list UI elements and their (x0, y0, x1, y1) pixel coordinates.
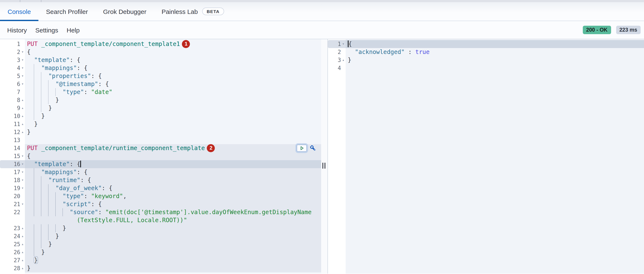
fold-open-icon[interactable]: ▾ (341, 40, 346, 48)
editor-line[interactable]: 1▾{ (328, 40, 644, 48)
request-editor[interactable]: 1PUT _component_template/component_templ… (0, 39, 321, 274)
editor-line[interactable]: 26▴ } (0, 248, 321, 256)
editor-line[interactable]: 4 (328, 64, 644, 72)
request-options-button[interactable] (309, 145, 316, 152)
code-text[interactable]: } (25, 232, 321, 240)
code-text[interactable]: "@timestamp": { (25, 80, 321, 88)
editor-line[interactable]: 19▾ "day_of_week": { (0, 184, 321, 192)
fold-close-icon[interactable]: ▴ (20, 112, 25, 120)
editor-line[interactable]: 5▾ "properties": { (0, 72, 321, 80)
code-text[interactable]: (TextStyle.FULL, Locale.ROOT))" (25, 216, 321, 224)
editor-line[interactable]: 17▾ "mappings": { (0, 168, 321, 176)
code-text[interactable]: } (25, 256, 321, 264)
editor-line[interactable]: 24▴ } (0, 232, 321, 240)
editor-line[interactable]: 4▾ "mappings": { (0, 64, 321, 72)
fold-close-icon[interactable]: ▴ (341, 56, 346, 64)
code-text[interactable]: "mappings": { (25, 64, 321, 72)
editor-line[interactable]: 27▴ } (0, 256, 321, 264)
editor-line[interactable]: 11▴ } (0, 120, 321, 128)
editor-line[interactable]: 8▴ } (0, 96, 321, 104)
code-text[interactable]: "template": { (25, 56, 321, 64)
code-text[interactable]: "template": { (25, 160, 321, 168)
fold-close-icon[interactable]: ▴ (20, 128, 25, 136)
code-text[interactable]: "mappings": { (25, 168, 321, 176)
fold-close-icon[interactable]: ▴ (20, 232, 25, 240)
code-text[interactable]: { (346, 40, 644, 48)
code-text[interactable]: "properties": { (25, 72, 321, 80)
editor-line[interactable]: 7 "type": "date" (0, 88, 321, 96)
fold-open-icon[interactable]: ▾ (20, 168, 25, 176)
fold-open-icon[interactable]: ▾ (20, 56, 25, 64)
panel-resizer-handle-icon[interactable] (322, 163, 326, 169)
code-text[interactable]: "acknowledged" : true (346, 48, 644, 56)
editor-line[interactable]: 14PUT _component_template/runtime_compon… (0, 144, 321, 152)
fold-close-icon[interactable]: ▴ (20, 104, 25, 112)
code-text[interactable]: PUT _component_template/runtime_componen… (25, 144, 321, 152)
menu-settings[interactable]: Settings (35, 26, 58, 33)
editor-line[interactable]: 12▴} (0, 128, 321, 136)
fold-open-icon[interactable]: ▾ (20, 64, 25, 72)
fold-close-icon[interactable]: ▴ (20, 256, 25, 264)
editor-line[interactable]: 23▴ } (0, 224, 321, 232)
editor-line[interactable]: 3▴} (328, 56, 644, 64)
editor-line[interactable]: 16▾ "template": { (0, 160, 321, 168)
fold-close-icon[interactable]: ▴ (20, 96, 25, 104)
editor-line[interactable]: 9▴ } (0, 104, 321, 112)
editor-line[interactable]: 18▾ "runtime": { (0, 176, 321, 184)
code-text[interactable]: "source": "emit(doc['@timestamp'].value.… (25, 208, 321, 216)
code-text[interactable]: } (25, 248, 321, 256)
editor-line[interactable]: 13 (0, 136, 321, 144)
response-editor[interactable]: 1▾{2 "acknowledged" : true3▴}4 (328, 39, 644, 274)
editor-line[interactable]: 2 "acknowledged" : true (328, 48, 644, 56)
editor-line[interactable]: 10▴ } (0, 112, 321, 120)
fold-close-icon[interactable]: ▴ (20, 248, 25, 256)
code-text[interactable]: "runtime": { (25, 176, 321, 184)
code-text[interactable]: } (25, 96, 321, 104)
tab-console[interactable]: Console (0, 2, 38, 21)
tab-search-profiler[interactable]: Search Profiler (38, 2, 96, 21)
editor-line[interactable]: 2▾{ (0, 48, 321, 56)
code-text[interactable] (346, 64, 644, 72)
code-text[interactable]: } (346, 56, 644, 64)
editor-line[interactable]: 1PUT _component_template/component_templ… (0, 40, 321, 48)
tab-painless-lab[interactable]: Painless Lab BETA (154, 2, 232, 21)
fold-open-icon[interactable]: ▾ (20, 80, 25, 88)
code-text[interactable]: "type": "keyword", (25, 192, 321, 200)
send-request-button[interactable] (297, 145, 307, 152)
fold-close-icon[interactable]: ▴ (20, 224, 25, 232)
fold-open-icon[interactable]: ▾ (20, 152, 25, 160)
fold-open-icon[interactable]: ▾ (20, 176, 25, 184)
fold-open-icon[interactable]: ▾ (20, 200, 25, 208)
editor-line[interactable]: 25▴ } (0, 240, 321, 248)
code-text[interactable]: "day_of_week": { (25, 184, 321, 192)
editor-line[interactable]: 21▾ "script": { (0, 200, 321, 208)
code-text[interactable]: "script": { (25, 200, 321, 208)
code-text[interactable]: "type": "date" (25, 88, 321, 96)
code-text[interactable]: } (25, 128, 321, 136)
code-text[interactable]: } (25, 264, 321, 272)
editor-line[interactable]: 28▴} (0, 264, 321, 272)
fold-open-icon[interactable]: ▾ (20, 160, 25, 168)
code-text[interactable]: } (25, 112, 321, 120)
editor-line[interactable]: 22 "source": "emit(doc['@timestamp'].val… (0, 208, 321, 216)
editor-line[interactable]: 3▾ "template": { (0, 56, 321, 64)
code-text[interactable]: PUT _component_template/component_templa… (25, 40, 321, 48)
tab-grok-debugger[interactable]: Grok Debugger (96, 2, 154, 21)
editor-line[interactable]: 15▾{ (0, 152, 321, 160)
fold-close-icon[interactable]: ▴ (20, 264, 25, 272)
fold-close-icon[interactable]: ▴ (20, 240, 25, 248)
editor-line[interactable]: 20 "type": "keyword", (0, 192, 321, 200)
fold-open-icon[interactable]: ▾ (20, 184, 25, 192)
code-text[interactable] (25, 136, 321, 144)
menu-help[interactable]: Help (67, 26, 80, 33)
panel-resizer[interactable] (321, 39, 328, 274)
fold-close-icon[interactable]: ▴ (20, 120, 25, 128)
code-text[interactable]: { (25, 152, 321, 160)
menu-history[interactable]: History (7, 26, 27, 33)
code-text[interactable]: } (25, 224, 321, 232)
fold-open-icon[interactable]: ▾ (20, 72, 25, 80)
code-text[interactable]: } (25, 104, 321, 112)
code-text[interactable]: { (25, 48, 321, 56)
editor-line[interactable]: (TextStyle.FULL, Locale.ROOT))" (0, 216, 321, 224)
code-text[interactable]: } (25, 120, 321, 128)
